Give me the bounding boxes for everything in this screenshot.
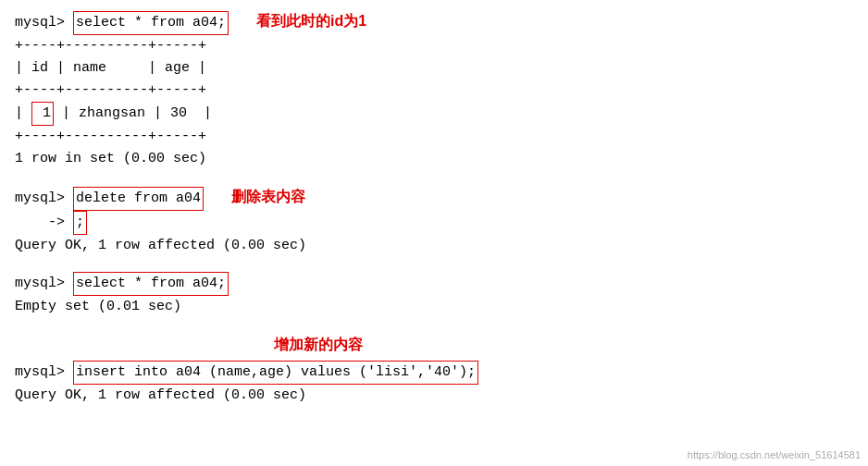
cmd-box-semicolon: ; [73, 211, 87, 235]
prompt-4: mysql> [15, 362, 73, 384]
cmd-box-delete: delete from a04 [73, 187, 204, 211]
annotation-id: 看到此时的id为1 [256, 9, 366, 33]
line-rowcount-1: 1 row in set (0.00 sec) [15, 148, 853, 170]
section-delete: mysql> delete from a04删除表内容 -> ; Query O… [15, 185, 853, 257]
line-insert-cmd: mysql> insert into a04 (name,age) values… [15, 361, 853, 385]
table-border-bottom: +----+----------+-----+ [15, 126, 853, 148]
line-select1-cmd: mysql> select * from a04;看到此时的id为1 [15, 9, 853, 35]
line-query-ok-1: Query OK, 1 row affected (0.00 sec) [15, 235, 853, 257]
prompt-arrow-2: -> [15, 212, 73, 234]
line-select2-cmd: mysql> select * from a04; [15, 272, 853, 296]
table-border-mid: +----+----------+-----+ [15, 80, 853, 102]
table-border-top: +----+----------+-----+ [15, 35, 853, 57]
cmd-box-insert: insert into a04 (name,age) values ('lisi… [73, 361, 478, 385]
watermark: https://blog.csdn.net/weixin_51614581 [688, 449, 861, 460]
section-select1: mysql> select * from a04;看到此时的id为1 +----… [15, 9, 853, 170]
section-select2: mysql> select * from a04; Empty set (0.0… [15, 272, 853, 318]
annotation-delete: 删除表内容 [231, 185, 305, 209]
section-insert: mysql> insert into a04 (name,age) values… [15, 361, 853, 407]
line-delete-cont: -> ; [15, 211, 853, 235]
line-query-ok-2: Query OK, 1 row affected (0.00 sec) [15, 385, 853, 407]
line-annotation-insert: 增加新的内容 [15, 333, 853, 357]
prompt-1: mysql> [15, 12, 73, 34]
cmd-box-select1: select * from a04; [73, 11, 229, 35]
id-value-box: 1 [31, 102, 54, 126]
annotation-insert: 增加新的内容 [274, 333, 363, 357]
line-delete-cmd: mysql> delete from a04删除表内容 [15, 185, 853, 211]
terminal-output: mysql> select * from a04;看到此时的id为1 +----… [15, 9, 853, 407]
prompt-2: mysql> [15, 188, 73, 210]
table-header: | id | name | age | [15, 57, 853, 80]
line-empty-set: Empty set (0.01 sec) [15, 296, 853, 318]
table-row-1: | 1 | zhangsan | 30 | [15, 102, 853, 126]
cmd-box-select2: select * from a04; [73, 272, 229, 296]
prompt-3: mysql> [15, 273, 73, 295]
